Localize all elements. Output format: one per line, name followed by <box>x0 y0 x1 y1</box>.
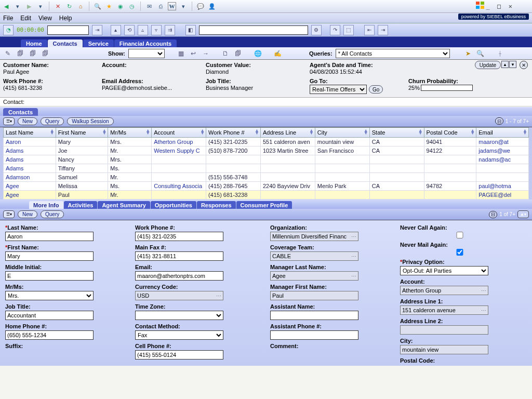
pick-icon[interactable]: ⋯ <box>351 234 356 240</box>
mgr-fn-field[interactable]: Paul <box>270 291 358 300</box>
detail-nav-dropdown[interactable]: ▲▾ <box>517 210 529 218</box>
tb2-icon-9[interactable]: 🗐 <box>233 49 243 58</box>
detail-new-button[interactable]: New <box>18 210 37 218</box>
pick-icon[interactable]: ⋯ <box>481 288 486 294</box>
print-icon[interactable]: ⎙ <box>156 2 165 10</box>
curr-field[interactable]: USD⋯ <box>135 291 223 300</box>
work-ph-input[interactable] <box>135 232 223 241</box>
nav-input-2[interactable] <box>199 25 308 35</box>
goto-select[interactable]: Real-Time Offers <box>310 85 367 94</box>
refresh-icon[interactable]: ↻ <box>65 2 73 10</box>
favorites-icon[interactable]: ★ <box>105 2 113 10</box>
back-drop-icon[interactable]: ▾ <box>14 2 22 10</box>
show-select[interactable] <box>128 49 165 58</box>
nca-checkbox[interactable] <box>400 232 520 238</box>
home-ph-input[interactable] <box>5 330 94 340</box>
home-icon[interactable]: ⌂ <box>76 2 85 10</box>
menu-view[interactable]: View <box>38 15 52 22</box>
back-icon[interactable]: ◀ <box>2 2 10 10</box>
mgr-ln-field[interactable]: Agee⋯ <box>270 271 358 281</box>
col-header[interactable]: City▲▼ <box>315 128 369 138</box>
table-row[interactable]: AdamsTiffanyMs. <box>4 164 529 173</box>
tab-responses[interactable]: Responses <box>197 201 236 209</box>
nav-icon-g[interactable]: ◧ <box>185 25 196 35</box>
col-header[interactable]: Account▲▼ <box>152 128 206 138</box>
nav-icon-h[interactable]: ⚙ <box>311 25 322 35</box>
addr1-field[interactable]: 151 calderon avenue⋯ <box>400 305 488 315</box>
fwd-drop-icon[interactable]: ▾ <box>36 2 45 10</box>
tb2-globe-icon[interactable]: 🌐 <box>253 49 262 58</box>
nav-icon-a[interactable]: ⇥ <box>92 25 102 35</box>
pick-icon[interactable]: ⋯ <box>216 293 221 299</box>
tab-agent-summary[interactable]: Agent Summary <box>98 201 150 209</box>
menu-file[interactable]: File <box>3 15 13 22</box>
tb2-run-icon[interactable]: ➤ <box>463 49 473 58</box>
col-header[interactable]: Address Line▲▼ <box>260 128 315 138</box>
tb2-icon-10[interactable]: ✍ <box>273 49 282 58</box>
tb2-icon-5[interactable]: ▦ <box>176 49 185 58</box>
tab-more-info[interactable]: More Info <box>29 201 63 209</box>
queries-select[interactable]: * All Contacts <box>336 49 450 58</box>
tb2-icon-3[interactable]: 🗐 <box>28 49 37 58</box>
tz-select[interactable] <box>135 311 223 320</box>
contacts-collapse-icon[interactable]: ⊟ <box>495 117 503 125</box>
job-input[interactable] <box>5 311 94 320</box>
tab-home[interactable]: Home <box>21 39 47 47</box>
mail-icon[interactable]: ✉ <box>145 2 153 10</box>
tab-activities[interactable]: Activities <box>64 201 98 209</box>
nav-icon-b[interactable]: ▴ <box>111 25 121 35</box>
tb2-icon-1[interactable]: ✎ <box>3 49 12 58</box>
nav-icon-c[interactable]: ⟲ <box>124 25 135 35</box>
email-input[interactable] <box>135 271 223 281</box>
forward-icon[interactable]: ▶ <box>25 2 33 10</box>
col-header[interactable]: First Name▲▼ <box>56 128 108 138</box>
nav-icon-f[interactable]: ⇉ <box>165 25 175 35</box>
table-row[interactable]: AdamsNancyMrs.nadams@ac <box>4 155 529 164</box>
table-row[interactable]: AdamsJoeMr.Western Supply C(510) 878-720… <box>4 147 529 155</box>
cell-input[interactable] <box>135 350 223 360</box>
nav-icon-l[interactable]: ⇥ <box>378 25 388 35</box>
last-name-input[interactable] <box>5 232 94 241</box>
detail-menu-dropdown[interactable]: ☰▾ <box>3 210 15 218</box>
nav-icon-d[interactable]: ▵ <box>138 25 148 35</box>
col-header[interactable]: Work Phone #▲▼ <box>206 128 261 138</box>
word-icon[interactable]: W <box>168 2 176 10</box>
pick-icon[interactable]: ⋯ <box>481 308 486 313</box>
city-field[interactable]: mountain view <box>400 345 488 354</box>
nav-icon-i[interactable]: ↷ <box>330 25 340 35</box>
tb2-icon-4[interactable]: 🗐 <box>41 49 50 58</box>
col-header[interactable]: State▲▼ <box>369 128 424 138</box>
col-header[interactable]: Last Name▲▼ <box>4 128 56 138</box>
mi-input[interactable] <box>5 271 94 281</box>
stop-icon[interactable]: ✕ <box>54 2 62 10</box>
tb2-icon-6[interactable]: ↩ <box>189 49 198 58</box>
detail-collapse-icon[interactable]: ⊟ <box>489 211 497 218</box>
cov-field[interactable]: CABLE⋯ <box>270 251 358 261</box>
clock-icon[interactable]: ◔ <box>3 25 14 35</box>
nma-checkbox[interactable] <box>400 249 520 256</box>
dashboard-close-icon[interactable]: ✕ <box>520 61 528 69</box>
window-controls[interactable]: _ □ ✕ <box>486 3 512 10</box>
pick-icon[interactable]: ⋯ <box>351 254 356 259</box>
menu-edit[interactable]: Edit <box>20 15 31 22</box>
tb2-find-icon[interactable]: 🔍 <box>476 49 485 58</box>
col-header[interactable]: Postal Code▲▼ <box>424 128 476 138</box>
table-row[interactable]: AgeePaulMr.(415) 681-3238PAGEE@del <box>4 191 529 200</box>
edit-drop-icon[interactable]: ▾ <box>179 2 188 10</box>
org-field[interactable]: Millennium Diversified Financ⋯ <box>270 232 358 241</box>
sal-select[interactable]: Mrs. <box>5 291 94 300</box>
tb2-icon-2[interactable]: 🗐 <box>16 49 25 58</box>
contacts-menu-dropdown[interactable]: ☰▾ <box>3 117 15 125</box>
table-row[interactable]: AgeeMelissaMs.Consulting Associa(415) 28… <box>4 182 529 191</box>
tab-consumer-profile[interactable]: Consumer Profile <box>236 201 292 209</box>
addr2-field[interactable] <box>400 325 488 335</box>
col-header[interactable]: Mr/Ms▲▼ <box>108 128 152 138</box>
nav-icon-k[interactable]: ⇤ <box>364 25 375 35</box>
msn-icon[interactable]: 👤 <box>208 2 216 10</box>
col-header[interactable]: Email▲▼ <box>476 128 529 138</box>
msg-icon[interactable]: 💬 <box>196 2 205 10</box>
tab-financial-accounts[interactable]: Financial Accounts <box>114 39 177 47</box>
updown-nav[interactable]: ▲▼ <box>501 61 516 68</box>
tab-contacts[interactable]: Contacts <box>48 39 83 47</box>
nav-icon-j[interactable]: ⬚ <box>343 25 354 35</box>
